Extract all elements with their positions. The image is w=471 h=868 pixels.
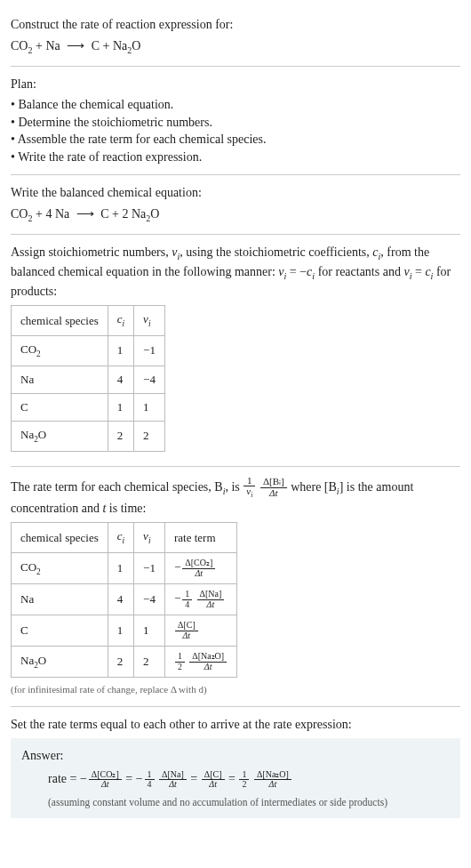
cell-rate-term: Δ[C]Δt xyxy=(164,615,236,647)
th-species: chemical species xyxy=(12,523,108,553)
cell-species: Na2O xyxy=(12,647,108,678)
cell-c: 2 xyxy=(108,647,133,678)
cell-c: 1 xyxy=(108,553,133,584)
table-row: CO2 1 −1 −Δ[CO₂]Δt xyxy=(12,553,237,584)
th-species: chemical species xyxy=(12,306,108,336)
plan-item: Write the rate of reaction expression. xyxy=(11,149,460,166)
cell-species: CO2 xyxy=(12,553,108,584)
answer-box: Answer: rate = −Δ[CO₂]Δt = −14 Δ[Na]Δt =… xyxy=(11,738,460,818)
plan-heading: Plan: xyxy=(11,76,460,93)
table-header-row: chemical species ci νi rate term xyxy=(12,523,237,553)
table-row: Na 4 −4 xyxy=(12,366,165,393)
frac-one-over-nu: 1 νi xyxy=(243,476,256,500)
th-c: ci xyxy=(108,523,133,553)
rateterm-block: The rate term for each chemical species,… xyxy=(11,467,460,707)
cell-c: 2 xyxy=(108,422,133,452)
cell-species: Na xyxy=(12,584,108,615)
rateterm-note: (for infinitesimal rate of change, repla… xyxy=(11,683,460,696)
answer-label: Answer: xyxy=(21,747,450,765)
th-nu: νi xyxy=(134,306,165,336)
cell-nu: −4 xyxy=(134,366,165,393)
th-c: ci xyxy=(108,306,133,336)
cell-c: 4 xyxy=(108,366,133,393)
balanced-heading: Write the balanced chemical equation: xyxy=(11,184,460,202)
stoich-text: Assign stoichiometric numbers, νi, using… xyxy=(11,244,460,300)
cell-species: C xyxy=(12,393,108,421)
cell-species: C xyxy=(12,615,108,647)
final-heading: Set the rate terms equal to each other t… xyxy=(11,716,460,734)
cell-c: 1 xyxy=(108,615,133,647)
prompt-equation: CO2 + Na ⟶ C + Na2O xyxy=(11,37,460,57)
cell-nu: 2 xyxy=(134,422,165,452)
cell-nu: 1 xyxy=(134,615,165,647)
rate-expression: rate = −Δ[CO₂]Δt = −14 Δ[Na]Δt = Δ[C]Δt … xyxy=(48,770,450,790)
table-header-row: chemical species ci νi xyxy=(12,306,165,336)
cell-c: 4 xyxy=(108,584,133,615)
th-nu: νi xyxy=(134,523,165,553)
prompt-title: Construct the rate of reaction expressio… xyxy=(11,16,460,34)
cell-rate-term: 12 Δ[Na₂O]Δt xyxy=(164,647,236,678)
cell-species: CO2 xyxy=(12,336,108,366)
final-block: Set the rate terms equal to each other t… xyxy=(11,707,460,827)
table-row: Na2O 2 2 xyxy=(12,422,165,452)
cell-nu: −1 xyxy=(134,553,165,584)
plan-item: Balance the chemical equation. xyxy=(11,96,460,114)
cell-nu: −1 xyxy=(134,336,165,366)
plan-block: Plan: Balance the chemical equation. Det… xyxy=(11,67,460,176)
plan-item: Assemble the rate term for each chemical… xyxy=(11,131,460,149)
cell-species: Na xyxy=(12,366,108,393)
balanced-block: Write the balanced chemical equation: CO… xyxy=(11,175,460,235)
cell-rate-term: −14 Δ[Na]Δt xyxy=(164,584,236,615)
cell-nu: −4 xyxy=(134,584,165,615)
cell-c: 1 xyxy=(108,336,133,366)
table-row: C 1 1 xyxy=(12,393,165,421)
th-rate-term: rate term xyxy=(164,523,236,553)
answer-assumption: (assuming constant volume and no accumul… xyxy=(48,795,450,809)
cell-species: Na2O xyxy=(12,422,108,452)
stoich-block: Assign stoichiometric numbers, νi, using… xyxy=(11,235,460,467)
rateterm-table: chemical species ci νi rate term CO2 1 −… xyxy=(11,522,237,678)
frac-delta-b-over-dt: Δ[Bᵢ] Δt xyxy=(259,477,288,498)
plan-item: Determine the stoichiometric numbers. xyxy=(11,114,460,132)
plan-list: Balance the chemical equation. Determine… xyxy=(11,96,460,165)
table-row: Na2O 2 2 12 Δ[Na₂O]Δt xyxy=(12,647,237,678)
rateterm-intro: The rate term for each chemical species,… xyxy=(11,476,460,518)
cell-nu: 1 xyxy=(134,393,165,421)
table-row: Na 4 −4 −14 Δ[Na]Δt xyxy=(12,584,237,615)
table-row: C 1 1 Δ[C]Δt xyxy=(12,615,237,647)
prompt-block: Construct the rate of reaction expressio… xyxy=(11,7,460,67)
balanced-equation: CO2 + 4 Na ⟶ C + 2 Na2O xyxy=(11,205,460,225)
cell-rate-term: −Δ[CO₂]Δt xyxy=(164,553,236,584)
table-row: CO2 1 −1 xyxy=(12,336,165,366)
stoich-table: chemical species ci νi CO2 1 −1 Na 4 −4 … xyxy=(11,305,165,451)
cell-nu: 2 xyxy=(134,647,165,678)
cell-c: 1 xyxy=(108,393,133,421)
